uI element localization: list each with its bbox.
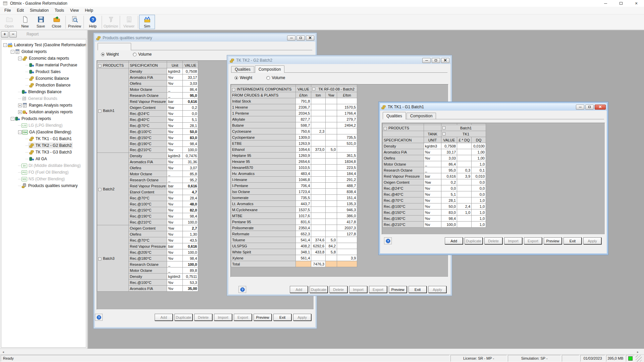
price2-cell[interactable]: 1570,5 [337, 104, 357, 110]
tree-item[interactable]: FOFO (Fuel Oil Blending) [1, 169, 86, 176]
menu-simulation[interactable]: Simulation [27, 7, 52, 14]
volume-radio[interactable]: Volume [133, 52, 152, 57]
value-cell[interactable]: 2,7 [183, 225, 198, 231]
price2-cell[interactable]: 2037,3 [337, 225, 357, 231]
value-cell[interactable]: 3,03 [183, 80, 198, 86]
ton-cell[interactable] [311, 171, 326, 177]
edq-cell[interactable] [457, 222, 472, 228]
weight-pct-cell[interactable] [326, 159, 337, 165]
price-cell[interactable]: 1309,0 [296, 134, 311, 140]
tree-item[interactable]: Product Sales [1, 68, 86, 75]
edq-cell[interactable]: 0,3 [457, 167, 472, 173]
ton-cell[interactable] [311, 177, 326, 183]
value-cell[interactable]: 3,07 [183, 165, 198, 171]
edq-cell[interactable] [457, 143, 472, 149]
dq-cell[interactable]: 1,00 [472, 149, 486, 155]
import-button[interactable]: Import [349, 286, 367, 293]
weight-pct-cell[interactable] [326, 128, 337, 134]
price2-cell[interactable] [337, 237, 357, 243]
ton-cell[interactable] [311, 213, 326, 219]
exit-button[interactable]: Exit [409, 286, 427, 293]
delete-button[interactable]: Delete [194, 314, 212, 321]
collapse-icon[interactable]: - [11, 117, 14, 121]
price-cell[interactable]: 598,7 [296, 122, 311, 128]
add-button[interactable]: Add [155, 314, 173, 321]
value-cell[interactable]: 0,7508 [183, 68, 198, 74]
apply-button[interactable]: Apply [583, 237, 601, 244]
value-cell[interactable]: 95,2 [183, 177, 198, 183]
apply-button[interactable]: Apply [293, 314, 311, 321]
price2-cell[interactable]: 1834,8 [337, 159, 357, 165]
price-cell[interactable]: 791,8 [296, 98, 311, 104]
menu-view[interactable]: View [67, 7, 82, 14]
collapse-icon[interactable]: - [98, 110, 101, 113]
ton-cell[interactable] [311, 140, 326, 146]
value-cell[interactable]: 100,0 [183, 219, 198, 225]
ton-cell[interactable] [311, 189, 326, 195]
weight-pct-cell[interactable] [326, 201, 337, 207]
value-cell[interactable]: 82,0 [183, 207, 198, 213]
window-tk1-batch1[interactable]: TK TK1 - G1 Batch1 ✕ Qualities Compositi… [379, 102, 608, 255]
menu-help[interactable]: Help [82, 7, 96, 14]
price-cell[interactable]: 831,6 [296, 219, 311, 225]
price2-cell[interactable] [337, 249, 357, 255]
collapse-icon[interactable]: - [442, 132, 445, 135]
value-cell[interactable]: 0,616 [183, 183, 198, 189]
tab-composition[interactable]: Composition [407, 113, 436, 119]
price2-cell[interactable]: 151,4 [337, 195, 357, 201]
restore-button[interactable] [585, 105, 594, 110]
dq-cell[interactable]: 1,0 [472, 216, 486, 222]
dq-cell[interactable]: 0,0 [472, 191, 486, 197]
ton-cell[interactable] [311, 110, 326, 116]
tree-item[interactable]: NSNS (Other Blending) [1, 176, 86, 182]
value-cell[interactable]: 5,1 [183, 117, 198, 123]
value-cell[interactable]: 1,30 [183, 231, 198, 237]
price2-cell[interactable]: 127,8 [337, 231, 357, 237]
ton-cell[interactable]: 373,0 [311, 146, 326, 153]
value-cell[interactable]: 35,00 [183, 286, 198, 292]
weight-pct-cell[interactable] [326, 189, 337, 195]
exit-button[interactable]: Exit [273, 314, 291, 321]
price2-cell[interactable]: 223,5 [337, 165, 357, 171]
preview-button[interactable]: Preview [544, 237, 562, 244]
close-icon[interactable]: ✕ [441, 58, 449, 63]
duplicate-button[interactable]: Duplicate [174, 314, 193, 321]
value-cell[interactable]: 89,8 [183, 267, 198, 274]
value-cell[interactable]: 0,616 [441, 173, 457, 179]
price2-cell[interactable]: 838,4 [337, 189, 357, 195]
tree-item[interactable]: +Solution analysis reports [1, 109, 86, 115]
edq-cell[interactable]: 1,0 [457, 209, 472, 216]
edq-cell[interactable] [457, 179, 472, 185]
value-cell[interactable]: 0,0 [441, 185, 457, 191]
price2-cell[interactable]: 3,9 [337, 255, 357, 261]
value-cell[interactable]: 85,8 [183, 171, 198, 177]
value-cell[interactable]: 28,1 [441, 197, 457, 203]
menu-tools[interactable]: Tools [52, 7, 67, 14]
price2-cell[interactable]: 386,0 [337, 213, 357, 219]
tree-item[interactable]: Raw material Purchase [1, 62, 86, 68]
price2-cell[interactable] [337, 243, 357, 249]
exit-button[interactable]: Exit [564, 237, 582, 244]
value-cell[interactable]: 100,0 [183, 261, 198, 267]
value-cell[interactable]: 31,36 [183, 159, 198, 165]
menu-edit[interactable]: Edit [14, 7, 27, 14]
tree-item[interactable]: Economic Balance [1, 75, 86, 82]
ton-cell[interactable] [311, 104, 326, 110]
weight-pct-cell[interactable] [326, 183, 337, 189]
toolbar-close-button[interactable]: Close [49, 15, 64, 29]
ton-cell[interactable] [311, 159, 326, 165]
ton-cell[interactable] [311, 98, 326, 104]
value-cell[interactable]: 83,0 [183, 135, 198, 141]
weight-pct-cell[interactable]: 5,8 [326, 249, 337, 255]
price-cell[interactable]: 750,6 [296, 128, 311, 134]
value-cell[interactable]: 83,0 [441, 209, 457, 216]
tree-item[interactable]: LGLG (LPG Blending) [1, 122, 86, 129]
scroll-left-icon[interactable]: ◂ [0, 349, 6, 354]
collapse-icon[interactable]: - [98, 257, 101, 260]
ton-cell[interactable] [311, 153, 326, 159]
delete-button[interactable]: Delete [484, 237, 502, 244]
weight-pct-cell[interactable] [326, 255, 337, 261]
value-cell[interactable]: 95,0 [183, 93, 198, 99]
duplicate-button[interactable]: Duplicate [310, 286, 328, 293]
weight-pct-cell[interactable] [326, 104, 337, 110]
